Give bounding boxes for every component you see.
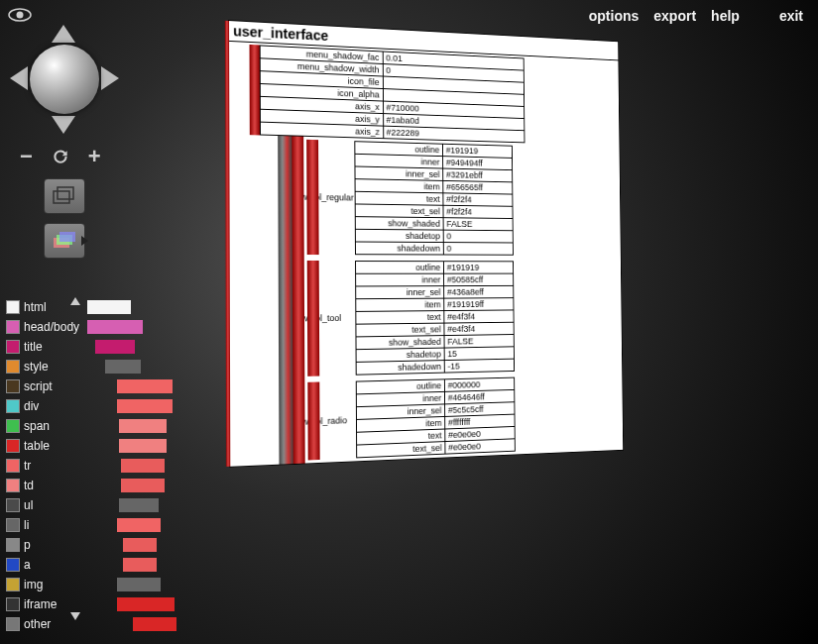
group-properties-table: outline#191919inner#949494ffinner_sel#32… <box>354 141 514 256</box>
trackball[interactable] <box>30 45 99 114</box>
legend-swatch <box>6 459 20 473</box>
legend-swatch <box>6 538 20 552</box>
legend-swatch <box>6 360 20 374</box>
legend-label: span <box>24 419 50 433</box>
legend-swatch <box>6 558 20 572</box>
property-group-wcol_tool: wcol_tooloutline#191919inner#50585cffinn… <box>292 258 623 379</box>
legend-label: img <box>24 578 43 591</box>
group-properties-table: outline#191919inner#50585cffinner_sel#43… <box>355 261 515 376</box>
legend-label: a <box>24 558 31 572</box>
histogram-row <box>87 575 231 594</box>
legend-swatch <box>6 379 20 393</box>
legend-swatch <box>6 578 20 591</box>
table-row: inner#50585cff <box>356 273 514 286</box>
zoom-out-button[interactable]: − <box>20 144 33 169</box>
histogram-row <box>87 357 231 376</box>
legend-scroll-down[interactable] <box>70 612 80 620</box>
property-groups: wcol_regularoutline#191919inner#949494ff… <box>278 136 623 465</box>
mode-color-button[interactable] <box>44 223 85 259</box>
histogram-row <box>87 614 231 634</box>
legend-swatch <box>6 300 20 314</box>
chevron-right-icon <box>81 236 88 246</box>
histogram-row <box>87 594 231 614</box>
histogram-row <box>87 337 231 357</box>
histogram-row <box>87 535 231 555</box>
group-properties-table: outline#000000inner#464646ffinner_sel#5c… <box>356 377 516 459</box>
histogram-row <box>87 555 231 575</box>
table-row: outline#191919 <box>356 262 514 274</box>
legend-label: li <box>24 518 29 532</box>
histogram-row <box>87 515 231 535</box>
legend-label: title <box>24 340 43 354</box>
legend-label: div <box>24 399 39 413</box>
histogram-row <box>87 495 231 515</box>
reset-view-button[interactable] <box>51 147 70 166</box>
legend-label: tr <box>24 459 31 473</box>
table-row: shadedown0 <box>355 242 513 255</box>
legend-swatch <box>6 617 20 631</box>
legend-swatch <box>6 439 20 453</box>
histogram-row <box>87 456 231 476</box>
legend-swatch <box>6 597 20 611</box>
svg-rect-6 <box>59 232 75 242</box>
legend-label: p <box>24 538 31 552</box>
legend-label: iframe <box>24 597 57 611</box>
legend-swatch <box>6 498 20 512</box>
histogram-row <box>87 396 231 416</box>
legend-label: ul <box>24 498 33 512</box>
legend-swatch <box>6 518 20 532</box>
legend-swatch <box>6 399 20 413</box>
legend-label: td <box>24 479 34 492</box>
mode-wireframe-button[interactable] <box>44 178 85 214</box>
top-properties-table: menu_shadow_fac0.01menu_shadow_width0ico… <box>260 45 526 143</box>
legend-swatch <box>6 479 20 492</box>
legend-swatch <box>6 320 20 334</box>
svg-rect-2 <box>54 191 69 203</box>
legend-label: other <box>24 617 51 631</box>
page-root: user_interface menu_shadow_fac0.01menu_s… <box>228 20 624 468</box>
legend-label: script <box>24 379 53 393</box>
orbit-left-icon[interactable] <box>10 66 28 90</box>
legend-swatch <box>6 340 20 354</box>
histogram-row <box>87 297 231 317</box>
orbit-right-icon[interactable] <box>101 66 119 90</box>
histogram-row <box>87 476 231 495</box>
orbit-up-icon[interactable] <box>52 25 75 43</box>
histogram-row <box>87 376 231 396</box>
document-viewport[interactable]: user_interface menu_shadow_fac0.01menu_s… <box>228 20 783 644</box>
histogram-row <box>87 416 231 436</box>
svg-rect-3 <box>58 187 73 199</box>
visibility-icon[interactable] <box>8 8 32 22</box>
zoom-in-button[interactable]: + <box>88 144 101 169</box>
depth-histogram <box>87 297 231 634</box>
table-row: shadetop0 <box>355 229 513 243</box>
property-group-wcol_regular: wcol_regularoutline#191919inner#949494ff… <box>292 136 621 258</box>
legend-label: table <box>24 439 50 453</box>
table-row: shadedown-15 <box>356 359 514 375</box>
property-group-wcol_radio: wcol_radiooutline#000000inner#464646ffin… <box>292 372 623 464</box>
legend-scroll-up[interactable] <box>70 297 80 305</box>
table-row: inner_sel#436a8eff <box>356 285 514 298</box>
legend-swatch <box>6 419 20 433</box>
orbit-down-icon[interactable] <box>52 116 75 134</box>
navigation-orb[interactable] <box>10 25 119 134</box>
svg-point-1 <box>17 12 24 19</box>
histogram-row <box>87 436 231 456</box>
histogram-row <box>87 317 231 337</box>
legend-label: html <box>24 300 47 314</box>
legend-label: style <box>24 360 49 374</box>
